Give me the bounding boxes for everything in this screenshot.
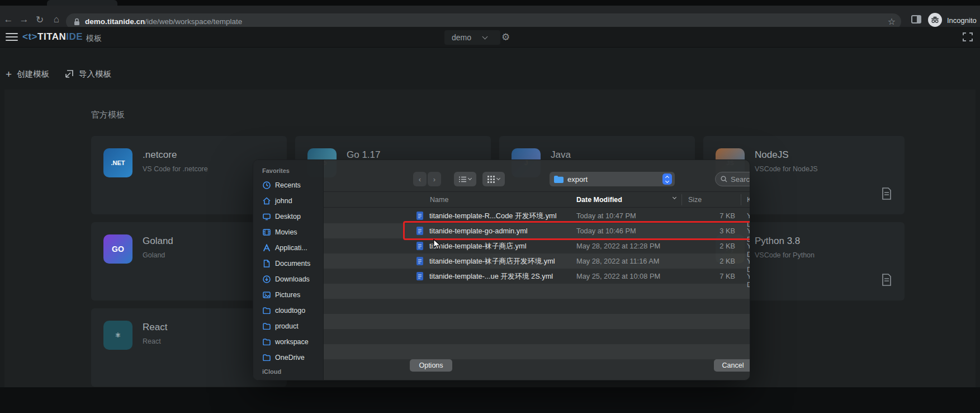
url-path: /ide/web/workspace/template [145, 17, 242, 26]
dialog-toolbar: ‹› export [324, 160, 750, 192]
grid-view-icon [487, 176, 495, 183]
dotnet-icon: .NET [103, 148, 132, 177]
document-icon [263, 260, 271, 267]
sidebar-item-product[interactable]: product [253, 318, 323, 334]
forward-button[interactable]: › [428, 172, 441, 186]
create-template-label: 创建模板 [17, 69, 49, 79]
search-icon [721, 176, 727, 182]
icloud-label: iCloud [262, 368, 281, 375]
reload-icon[interactable]: ↻ [34, 13, 46, 26]
chevron-down-icon [468, 176, 472, 180]
incognito-label: Incognito [947, 16, 977, 25]
sidebar-item-cloudtogo[interactable]: cloudtogo [253, 303, 323, 318]
yaml-file-icon [416, 257, 423, 265]
yaml-file-icon [416, 272, 423, 280]
desktop-icon [263, 213, 271, 220]
back-icon[interactable]: ← [2, 13, 15, 26]
folder-icon [554, 176, 564, 183]
forward-icon[interactable]: → [18, 13, 30, 26]
sidebar-item-applications[interactable]: Applicati... [253, 240, 323, 256]
import-template-button[interactable]: 导入模板 [64, 66, 111, 82]
folder-icon [263, 339, 271, 345]
file-row[interactable]: titanide-template-...ue 开发环境 2S.yml May … [324, 269, 750, 284]
empty-row [324, 344, 750, 359]
sidebar-item-recents[interactable]: Recents [253, 177, 323, 193]
column-kind[interactable]: Kind [747, 196, 750, 204]
cancel-button[interactable]: Cancel [714, 359, 750, 372]
empty-row [324, 329, 750, 344]
sidebar-item-onedrive[interactable]: OneDrive [253, 350, 323, 365]
nav-buttons: ‹› [413, 172, 441, 186]
dialog-sidebar: Favorites Recents johnd Desktop Movies [253, 160, 324, 380]
react-icon: ⚛ [103, 321, 132, 350]
lock-icon [74, 18, 80, 26]
browser-tabstrip [0, 0, 980, 6]
clock-icon [263, 181, 271, 189]
location-popup[interactable]: export [550, 172, 675, 186]
import-template-label: 导入模板 [79, 69, 111, 79]
popup-stepper[interactable] [662, 173, 672, 185]
sidebar-item-documents[interactable]: Documents [253, 256, 323, 271]
column-size[interactable]: Size [688, 196, 702, 204]
gear-icon[interactable]: ⚙ [501, 31, 510, 43]
create-template-button[interactable]: + 创建模板 [6, 66, 49, 82]
apps-icon [263, 244, 271, 252]
incognito-avatar[interactable] [928, 13, 942, 27]
side-panel-icon[interactable] [911, 15, 921, 24]
list-view-button[interactable] [454, 172, 476, 186]
file-list-header: Name Date Modified Size Kind [324, 193, 750, 208]
app-header: <t>TITANIDE 模板 demo ⚙ [0, 27, 980, 48]
home-icon[interactable]: ⌂ [50, 13, 63, 26]
dialog-main: ‹› export [324, 160, 750, 380]
file-open-dialog: Favorites Recents johnd Desktop Movies [253, 159, 750, 381]
fullscreen-icon[interactable] [963, 32, 973, 41]
chevron-down-icon [496, 176, 500, 180]
empty-row [324, 314, 750, 329]
sidebar-item-desktop[interactable]: Desktop [253, 209, 323, 224]
highlight-red-box [403, 221, 750, 240]
menu-icon[interactable] [6, 33, 18, 41]
section-title: 官方模板 [91, 110, 125, 120]
empty-row [324, 284, 750, 299]
screen: ← → ↻ ⌂ demo.titanide.cn/ide/web/workspa… [0, 0, 980, 413]
empty-row [324, 299, 750, 314]
template-file-icon[interactable] [881, 187, 892, 200]
sidebar-item-pictures[interactable]: Pictures [253, 287, 323, 303]
film-icon [263, 228, 271, 236]
mouse-cursor [433, 239, 441, 250]
app-logo[interactable]: <t>TITANIDE [22, 31, 83, 43]
photo-icon [263, 291, 271, 299]
plus-icon: + [6, 69, 12, 79]
sort-chevron-icon[interactable] [673, 195, 676, 199]
favorites-label: Favorites [262, 167, 290, 174]
grid-view-button[interactable] [482, 172, 505, 186]
page-title: 模板 [86, 34, 102, 44]
footer-band [0, 387, 980, 413]
sidebar-item-downloads[interactable]: Downloads [253, 271, 323, 287]
home-icon [263, 197, 271, 205]
import-icon [64, 69, 74, 79]
sidebar-item-johnd[interactable]: johnd [253, 193, 323, 209]
template-file-icon[interactable] [881, 274, 892, 286]
search-field[interactable] [715, 172, 750, 186]
download-icon [263, 275, 271, 283]
file-row[interactable]: titanide-template-袜子商店.yml May 28, 2022 … [324, 238, 750, 254]
search-input[interactable] [731, 175, 750, 184]
workspace-name[interactable]: demo [452, 33, 471, 42]
bookmark-star-icon[interactable]: ☆ [888, 16, 896, 27]
location-name: export [567, 175, 588, 184]
sidebar-item-workspace[interactable]: workspace [253, 334, 323, 350]
yaml-file-icon [416, 242, 423, 250]
back-button[interactable]: ‹ [413, 172, 427, 186]
folder-icon [263, 354, 271, 361]
browser-tab[interactable] [47, 0, 117, 6]
folder-icon [263, 323, 271, 330]
file-row[interactable]: titanide-template-袜子商店开发环境.yml May 28, 2… [324, 254, 750, 269]
sidebar-item-movies[interactable]: Movies [253, 224, 323, 240]
column-name[interactable]: Name [430, 196, 448, 204]
options-button[interactable]: Options [410, 359, 452, 372]
goland-icon: GO [103, 234, 132, 264]
list-view-icon [459, 176, 466, 182]
browser-toolbar: ← → ↻ ⌂ demo.titanide.cn/ide/web/workspa… [0, 6, 980, 27]
column-date-modified[interactable]: Date Modified [576, 196, 622, 204]
